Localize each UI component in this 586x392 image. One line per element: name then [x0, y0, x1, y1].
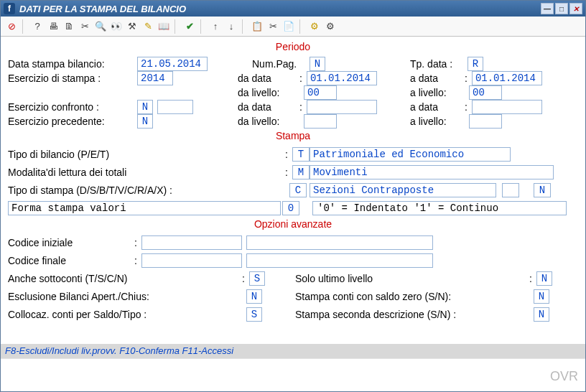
data-stampa-bilancio-label: Data stampa bilancio: [8, 58, 137, 70]
collocaz-field[interactable]: S [246, 307, 262, 322]
seconda-desc-label: Stampa seconda descrizione (S/N) : [295, 309, 525, 320]
esercizio-confronto-label: Esercizio confronto : [8, 101, 137, 113]
app-icon: f [4, 3, 15, 14]
copy-icon[interactable]: 📋 [251, 19, 264, 34]
window-title: DATI PER LA STAMPA DEL BILANCIO [19, 4, 186, 14]
collocaz-label: Collocaz. conti per Saldo/Tipo : [8, 309, 238, 320]
tp-data-field[interactable]: R [468, 57, 483, 71]
separator [242, 19, 246, 34]
a-data-label: a data [410, 73, 460, 84]
anche-sottoconti-field[interactable]: S [249, 271, 265, 286]
da-livello-label: da livello: [238, 87, 295, 98]
minimize-button[interactable]: — [541, 3, 554, 14]
modalita-desc: Movimenti [310, 165, 554, 179]
separator [22, 19, 27, 34]
tipo-stampa-label: Tipo di stampa (D/S/B/T/V/C/R/A/X) : [8, 185, 281, 196]
modalita-label: Modalita'di lettura dei totali [8, 167, 281, 178]
forma-stampa-label: Forma stampa valori [8, 201, 281, 215]
form-content: Periodo Data stampa bilancio: 21.05.2014… [1, 37, 585, 344]
gear-icon[interactable]: ⚙ [308, 19, 321, 34]
gear-icon[interactable]: ⚙ [324, 19, 337, 34]
print-icon[interactable]: 🖶 [47, 19, 60, 34]
codice-iniziale-desc [246, 235, 433, 250]
statusbar-hint: F8-Escludi/Includi liv.provv. F10-Confer… [1, 344, 585, 358]
tipo-stampa-desc: Sezioni Contrapposte [310, 183, 496, 197]
paste-icon[interactable]: 📄 [282, 19, 295, 34]
a-data-field[interactable]: 01.01.2014 [472, 71, 542, 85]
tipo-bilancio-desc: Patrimoniale ed Economico [310, 147, 511, 162]
conf-a-data-label: a data [410, 101, 460, 113]
confirm-icon[interactable]: ✔ [183, 19, 196, 34]
conf-da-data-label: da data [238, 101, 295, 113]
tipo-stampa-extra1-field[interactable] [502, 183, 519, 197]
separator [175, 19, 179, 34]
codice-finale-field[interactable] [141, 253, 242, 268]
a-livello-field[interactable]: 00 [469, 85, 502, 100]
esercizio-stampa-field[interactable]: 2014 [137, 71, 173, 85]
seconda-desc-field[interactable]: N [534, 307, 549, 322]
tipo-bilancio-label: Tipo di bilancio (P/E/T) [8, 149, 281, 160]
codice-finale-desc [246, 253, 433, 268]
solo-ultimo-field[interactable]: N [536, 271, 552, 286]
help-icon[interactable]: ? [31, 19, 44, 34]
bottombar: OVR [1, 358, 585, 391]
cancel-icon[interactable]: ⊘ [5, 19, 18, 34]
prec-a-livello-field[interactable] [469, 114, 502, 129]
a-livello-label: a livello: [410, 87, 460, 98]
num-pag-field[interactable]: N [310, 57, 325, 71]
num-pag-label: Num.Pag. [252, 58, 310, 70]
modalita-field[interactable]: M [292, 165, 310, 179]
tipo-stampa-field[interactable]: C [289, 183, 307, 197]
tipo-bilancio-field[interactable]: T [292, 147, 310, 162]
saldo-zero-field[interactable]: N [534, 289, 549, 304]
anche-sottoconti-label: Anche sottoconti (T/S/C/N) [8, 273, 238, 284]
esercizio-confronto-field[interactable]: N [137, 100, 153, 114]
section-periodo: Periodo [8, 41, 578, 52]
section-avanzate: Opzioni avanzate [8, 218, 578, 230]
data-stampa-bilancio-field[interactable]: 21.05.2014 [137, 57, 208, 71]
prec-da-livello-label: da livello: [238, 116, 295, 127]
forma-stampa-field[interactable]: 0 [282, 201, 299, 215]
esercizio-precedente-label: Esercizio precedente: [8, 116, 137, 127]
section-stampa: Stampa [8, 130, 578, 141]
titlebar: f DATI PER LA STAMPA DEL BILANCIO — □ ✕ [1, 1, 585, 17]
tp-data-label: Tp. data : [410, 58, 468, 70]
wand-icon[interactable]: ✎ [141, 19, 154, 34]
codice-iniziale-field[interactable] [141, 235, 242, 250]
esclusione-label: Esclusione Bilanci Apert./Chius: [8, 291, 238, 302]
conf-a-data-field[interactable] [472, 100, 542, 114]
ovr-indicator: OVR [550, 369, 578, 384]
conf-da-data-field[interactable] [307, 100, 377, 114]
maximize-button[interactable]: □ [555, 3, 568, 14]
solo-ultimo-label: Solo ultimo livello [295, 273, 525, 284]
saldo-zero-label: Stampa conti con saldo zero (S/N): [295, 291, 525, 302]
esercizio-confronto-anno-field[interactable] [157, 100, 193, 114]
codice-finale-label: Codice finale [8, 255, 130, 266]
book-icon[interactable]: 📖 [157, 19, 170, 34]
toolbar: ⊘ ? 🖶 🗎 ✂ 🔍 👀 ⚒ ✎ 📖 ✔ ↑ ↓ 📋 ✂ 📄 ⚙ ⚙ [1, 17, 585, 37]
forma-stampa-hint: '0' = Indentato '1' = Continuo [312, 201, 567, 215]
prec-a-livello-label: a livello: [410, 116, 460, 127]
search-icon[interactable]: 🔍 [94, 19, 107, 34]
down-icon[interactable]: ↓ [225, 19, 238, 34]
cut-icon[interactable]: ✂ [266, 19, 279, 34]
da-livello-field[interactable]: 00 [304, 85, 337, 100]
da-data-field[interactable]: 01.01.2014 [307, 71, 377, 85]
binoculars-icon[interactable]: 👀 [110, 19, 123, 34]
delete-icon[interactable]: ✂ [78, 19, 91, 34]
separator [299, 19, 304, 34]
tipo-stampa-extra2-field[interactable]: N [534, 183, 551, 197]
da-data-label: da data [238, 73, 295, 84]
prec-da-livello-field[interactable] [304, 114, 337, 129]
tool-icon[interactable]: ⚒ [126, 19, 139, 34]
esclusione-field[interactable]: N [246, 289, 262, 304]
new-doc-icon[interactable]: 🗎 [62, 19, 75, 34]
esercizio-stampa-label: Esercizio di stampa : [8, 73, 137, 84]
separator [200, 19, 205, 34]
up-icon[interactable]: ↑ [209, 19, 222, 34]
esercizio-precedente-field[interactable]: N [137, 114, 153, 129]
codice-iniziale-label: Codice iniziale [8, 237, 130, 248]
close-button[interactable]: ✕ [569, 3, 582, 14]
